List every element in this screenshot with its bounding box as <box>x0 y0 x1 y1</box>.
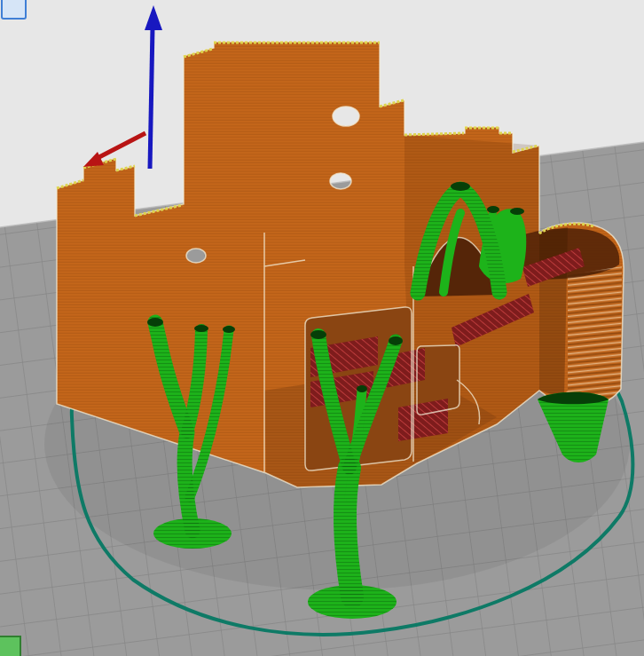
z-axis-arrow <box>150 27 153 169</box>
slicer-3d-viewport[interactable] <box>0 0 644 656</box>
toolbar-fragment-button[interactable] <box>2 0 26 19</box>
corner-fragment-tile[interactable] <box>0 636 20 656</box>
turret-inner-shading <box>539 227 568 398</box>
scene-canvas[interactable] <box>0 0 644 656</box>
